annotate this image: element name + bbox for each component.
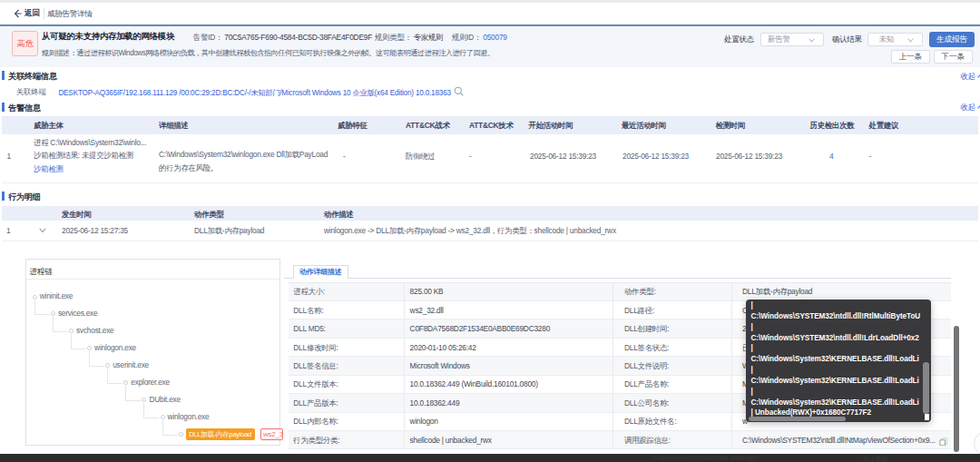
leaf-target-badge[interactable]: ws2_32.dll (260, 428, 284, 441)
behavior-table-row[interactable]: 1 2025-06-12 15:27:35 DLL加载-内存payload wi… (2, 221, 978, 241)
col-header: 详细描述 (159, 121, 189, 131)
confirm-result-label: 确认结果 (832, 34, 862, 44)
detail-desc-line: 的行为存在风险。 (159, 163, 218, 173)
tree-node-label[interactable]: explorer.exe (131, 378, 170, 387)
tooltip-scroll-corner (925, 414, 930, 420)
threat-alert-detail-page: 返回 威胁告警详情 高危 从可疑的未支持内存加载的网络模块 告警ID：70C5A… (0, 0, 980, 462)
process-chain-title: 进程链 (30, 267, 53, 278)
tooltip-hscrollbar[interactable] (749, 417, 846, 421)
row-index: 1 (6, 152, 10, 161)
back-arrow-icon (13, 9, 22, 18)
detail-label: 行为类型分类: (293, 435, 339, 445)
col-header: 处置建议 (869, 121, 899, 131)
detail-label: DLL签名状态: (624, 342, 669, 352)
tree-node-dot[interactable] (33, 295, 37, 300)
last-time: 2025-06-12 15:39:23 (622, 152, 689, 161)
tree-node-label[interactable]: services.exe (58, 309, 98, 318)
call-trace-line: C:\Windows\System32\KERNELBASE.dll!LoadL… (751, 398, 921, 408)
detail-label: DLL产品版本: (293, 398, 338, 408)
terminal-link[interactable]: DESKTOP-AQ365IF/192.168.111.129 /00:0C:2… (58, 88, 451, 98)
magnifier-icon[interactable] (454, 86, 464, 96)
detail-value: ws2_32.dll (410, 306, 444, 315)
tree-node-label[interactable]: svchost.exe (76, 326, 113, 335)
chevron-down-icon (808, 38, 815, 43)
rule-id-link[interactable]: 050079 (483, 33, 506, 42)
tree-node-label[interactable]: DUbit.exe (149, 395, 181, 404)
behavior-table-header: 发生时间 动作类型 动作描述 (2, 206, 978, 221)
call-trace-content: | C:\Windows\SYSTEM32\ntdll.dll!RtlMulti… (751, 300, 921, 418)
threat-subject-line: 沙箱检测结果: 未提交沙箱检测 (34, 151, 133, 161)
call-trace-line: C:\Windows\System32\KERNELBASE.dll!LoadL… (751, 354, 921, 365)
rule-type: 规则类型：专家规则 (375, 33, 443, 43)
detail-label: DLL产品名称: (624, 379, 669, 389)
detail-label: DLL创建时间: (624, 324, 669, 334)
action-desc: winlogon.exe -> DLL加载-内存payload -> ws2_3… (324, 226, 616, 236)
call-trace-line: C:\Windows\SYSTEM32\ntdll.dll!RtlMultiBy… (751, 311, 921, 322)
tree-node-label[interactable]: winlogon.exe (94, 343, 136, 352)
section-marker (2, 71, 5, 80)
confirm-result-select[interactable]: 未知 (867, 33, 923, 46)
chevron-down-icon (907, 38, 914, 43)
next-button[interactable]: 下一条 (934, 50, 973, 64)
prev-button[interactable]: 上一条 (891, 50, 930, 64)
col-header: 发生时间 (62, 210, 92, 220)
navbar: 返回 威胁告警详情 (0, 3, 980, 25)
detail-label: DLL原始文件名: (624, 417, 676, 427)
dispose-status-value: 新告警 (768, 34, 790, 44)
call-trace-line: | (751, 322, 921, 333)
detail-value: 825.00 KB (410, 287, 444, 296)
generate-report-button[interactable]: 生成报告 (929, 32, 975, 47)
history-count-link[interactable]: 4 (829, 152, 833, 161)
detail-label: DLL路径: (624, 305, 654, 315)
tree-node-label[interactable]: wininit.exe (40, 291, 73, 300)
dispose-status-select[interactable]: 新告警 (760, 33, 824, 46)
tree-node-label[interactable]: winlogon.exe (168, 412, 210, 421)
col-header: 历史检出次数 (810, 121, 855, 131)
back-button[interactable]: 返回 (13, 3, 40, 25)
alert-summary-card: 高危 从可疑的未支持内存加载的网络模块 告警ID：70C5A765-F690-4… (0, 25, 980, 67)
expand-chevron-icon[interactable] (39, 228, 46, 233)
row-index: 1 (6, 226, 10, 235)
detect-time: 2025-06-12 15:39:23 (716, 152, 782, 161)
tree-connector (125, 386, 126, 400)
detail-label: DLL文件说明: (624, 360, 669, 370)
rule-description: 规则描述：通过进程标识Windows网络模块的负载，其中创建线程栈包含指向任何已… (42, 48, 495, 58)
rule-desc-label: 规则描述： (42, 49, 76, 57)
tree-node-dot[interactable] (179, 432, 183, 437)
tree-connector (71, 334, 72, 349)
terminal-section-title: 关联终端信息 (8, 71, 57, 83)
terminal-collapse-link[interactable]: 收起 (961, 72, 980, 82)
tree-connector (143, 418, 159, 418)
rule-type-label: 规则类型： (375, 33, 412, 42)
detail-label: 进程大小: (293, 287, 325, 297)
nav-divider (44, 8, 44, 19)
severity-badge: 高危 (12, 31, 38, 56)
tree-node-label[interactable]: userinit.exe (113, 360, 149, 369)
sandbox-detect-link[interactable]: 沙箱检测 (34, 164, 64, 174)
attck-tech: - (469, 152, 472, 161)
tree-node-dot[interactable] (161, 415, 165, 419)
advice: - (869, 152, 872, 161)
tooltip-vscrollbar[interactable] (923, 362, 928, 414)
leaf-action-badge[interactable]: DLL加载-内存payload (186, 428, 255, 441)
ghost-text: DLL加载 (864, 455, 887, 462)
tree-connector (162, 435, 178, 436)
rule-type-value: 专家规则 (414, 33, 444, 42)
tab-action-detail[interactable]: 动作详细描述 (293, 265, 348, 279)
detail-desc-line: C:\Windows\System32\winlogon.exe Dll加载Pa… (159, 150, 328, 160)
detail-value: C0F8DA7568D2F1534E0ABB0E69DC3280 (410, 324, 551, 333)
column-divider (612, 282, 613, 449)
column-divider (731, 282, 732, 449)
behavior-section-title: 行为明细 (8, 192, 41, 203)
tree-connector (34, 314, 50, 315)
bottom-dark-bar: C:\Windows\SYSTEM32\ntdll.dll!NtMapV DLL… (0, 454, 980, 462)
detail-value: 2020-01-10 05:26:42 (410, 343, 476, 352)
copy-icon[interactable] (939, 437, 948, 447)
floating-button[interactable] (974, 431, 980, 456)
col-header: 最近活动时间 (622, 121, 666, 131)
page-scrollbar[interactable] (954, 326, 959, 452)
rule-id-label: 规则ID： (452, 33, 481, 42)
alarm-collapse-link[interactable]: 收起 (961, 103, 980, 113)
detail-value: DLL加载-内存payload (742, 287, 812, 297)
occur-time: 2025-06-12 15:27:35 (62, 226, 128, 235)
